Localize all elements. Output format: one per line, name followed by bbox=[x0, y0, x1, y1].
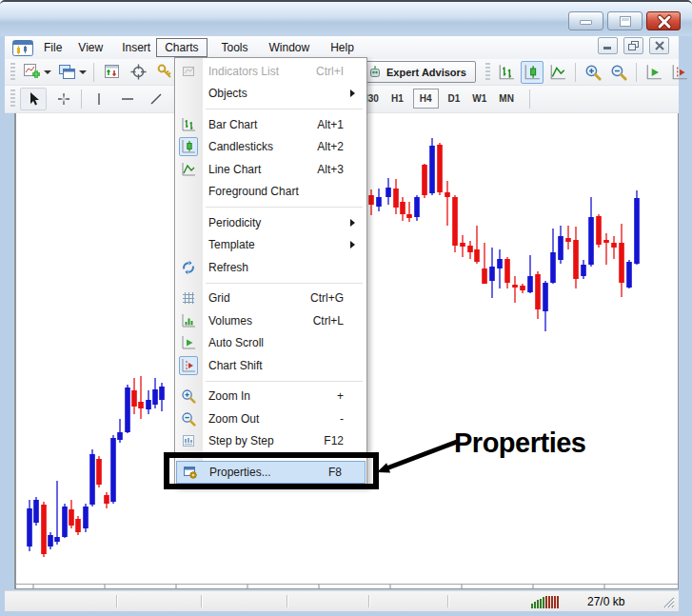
horizontal-line-button[interactable] bbox=[116, 88, 139, 110]
horizontal-line-icon bbox=[120, 91, 135, 107]
menu-tools[interactable]: Tools bbox=[222, 38, 248, 57]
maximize-button[interactable] bbox=[607, 11, 643, 30]
line-chart-button[interactable] bbox=[546, 61, 569, 84]
vertical-line-button[interactable] bbox=[88, 88, 110, 110]
minimize-button[interactable] bbox=[568, 11, 603, 30]
mt4-logo-icon bbox=[12, 40, 33, 56]
child-minimize-icon bbox=[603, 41, 613, 50]
toolbar-separator bbox=[81, 89, 82, 109]
menu-item-zoom-out[interactable]: Zoom Out - bbox=[175, 407, 366, 430]
properties-icon bbox=[181, 463, 200, 482]
resize-grip[interactable] bbox=[662, 595, 675, 608]
zoom-in-button[interactable] bbox=[582, 61, 604, 84]
status-separator bbox=[287, 595, 287, 607]
menu-view[interactable]: View bbox=[78, 38, 103, 57]
menu-item-chart-shift[interactable]: Chart Shift bbox=[175, 354, 366, 377]
child-restore-button[interactable] bbox=[623, 37, 643, 54]
zoom-in-icon bbox=[584, 64, 602, 81]
new-order-button[interactable] bbox=[100, 61, 123, 84]
target-icon bbox=[129, 63, 148, 81]
menu-item-grid[interactable]: Grid Ctrl+G bbox=[175, 288, 366, 310]
title-bar bbox=[0, 2, 692, 36]
menu-item-candlesticks[interactable]: Candlesticks Alt+2 bbox=[175, 136, 366, 159]
menu-item-volumes[interactable]: Volumes Ctrl+L bbox=[175, 309, 366, 332]
timeframe-d1[interactable]: D1 bbox=[445, 89, 464, 108]
toolbar-separator bbox=[93, 63, 94, 82]
expert-advisors-button[interactable]: Expert Advisors bbox=[363, 61, 476, 83]
chart-type-tools bbox=[484, 61, 691, 84]
auto-scroll-button[interactable] bbox=[643, 61, 665, 84]
menu-item-line-chart[interactable]: Line Chart Alt+3 bbox=[175, 158, 366, 181]
new-chart-button[interactable] bbox=[20, 61, 43, 84]
menu-item-properties[interactable]: Properties... F8 bbox=[176, 461, 366, 484]
menu-charts[interactable]: Charts bbox=[156, 38, 207, 57]
profiles-button[interactable] bbox=[55, 61, 78, 84]
timeframe-h4[interactable]: H4 bbox=[413, 89, 439, 109]
chart-shift-button[interactable] bbox=[668, 61, 691, 84]
menu-separator bbox=[175, 203, 366, 211]
menu-file[interactable]: File bbox=[44, 38, 62, 57]
new-chart-dropdown[interactable] bbox=[43, 61, 52, 84]
timeframe-w1[interactable]: W1 bbox=[469, 89, 489, 108]
menu-separator bbox=[175, 452, 366, 461]
line-chart-icon bbox=[179, 160, 198, 179]
zoom-out-button[interactable] bbox=[607, 61, 630, 84]
child-close-button[interactable] bbox=[649, 37, 669, 54]
time-axis-ticks bbox=[33, 585, 604, 588]
mt4-window: File View Insert Charts Tools Window Hel… bbox=[0, 0, 692, 616]
menu-item-zoom-in[interactable]: Zoom In + bbox=[175, 386, 366, 408]
candlestick-chart-button[interactable] bbox=[521, 61, 544, 84]
minimize-icon bbox=[580, 20, 592, 25]
menu-item-indicators-list: Indicators List Ctrl+I bbox=[175, 60, 366, 83]
toolbar-grip[interactable] bbox=[10, 63, 15, 82]
bar-chart-button[interactable] bbox=[495, 61, 518, 84]
menu-separator bbox=[175, 105, 366, 113]
candlesticks-icon bbox=[179, 137, 198, 156]
menu-item-periodicity[interactable]: Periodicity bbox=[175, 211, 366, 234]
profiles-icon bbox=[58, 63, 76, 81]
charts-dropdown-menu: Indicators List Ctrl+I Objects Bar Chart… bbox=[174, 57, 367, 487]
menu-item-step-by-step[interactable]: Step by Step F12 bbox=[175, 430, 366, 453]
connection-traffic-label: 27/0 kb bbox=[587, 595, 624, 608]
status-bar: 27/0 kb bbox=[5, 590, 679, 611]
key-icon bbox=[156, 63, 174, 81]
menu-item-bar-chart[interactable]: Bar Chart Alt+1 bbox=[175, 113, 366, 136]
step-by-step-icon bbox=[179, 431, 198, 450]
menu-item-objects[interactable]: Objects bbox=[175, 83, 366, 106]
toolbar-separator bbox=[636, 63, 637, 82]
cursor-button[interactable] bbox=[20, 88, 47, 110]
menu-item-foreground-chart[interactable]: Foreground Chart bbox=[175, 181, 366, 204]
submenu-arrow-icon bbox=[350, 219, 359, 227]
menu-bar: File View Insert Charts Tools Window Hel… bbox=[5, 36, 679, 59]
trendline-icon bbox=[148, 91, 164, 107]
profiles-dropdown[interactable] bbox=[78, 61, 88, 84]
trendline-button[interactable] bbox=[145, 88, 168, 110]
menu-item-refresh[interactable]: Refresh bbox=[175, 256, 366, 279]
timeframe-h1[interactable]: H1 bbox=[388, 89, 406, 108]
menu-help[interactable]: Help bbox=[330, 38, 354, 57]
maximize-icon bbox=[620, 16, 631, 27]
zoom-out-icon bbox=[610, 64, 627, 81]
menu-separator bbox=[175, 279, 366, 288]
timeframe-mn[interactable]: MN bbox=[496, 89, 517, 108]
metaeditor-button[interactable] bbox=[153, 61, 176, 84]
child-minimize-button[interactable] bbox=[598, 37, 618, 54]
toolbar-grip[interactable] bbox=[485, 63, 490, 82]
vertical-line-icon bbox=[91, 91, 107, 107]
crosshair-button[interactable] bbox=[52, 88, 75, 110]
menu-item-auto-scroll[interactable]: Auto Scroll bbox=[175, 332, 366, 355]
menu-insert[interactable]: Insert bbox=[122, 38, 150, 57]
close-button[interactable] bbox=[646, 11, 681, 30]
crosshair-mode-button[interactable] bbox=[127, 61, 149, 84]
volumes-icon bbox=[179, 311, 198, 330]
zoom-in-icon bbox=[179, 387, 198, 406]
child-window-controls bbox=[598, 37, 669, 54]
toolbar-grip[interactable] bbox=[10, 89, 15, 109]
expert-advisor-icon bbox=[368, 66, 382, 79]
new-chart-icon bbox=[23, 63, 41, 81]
close-icon bbox=[647, 12, 682, 31]
menu-item-template[interactable]: Template bbox=[175, 234, 366, 257]
zoom-out-icon bbox=[179, 409, 198, 428]
menu-window[interactable]: Window bbox=[269, 38, 310, 57]
child-restore-icon bbox=[628, 41, 639, 50]
